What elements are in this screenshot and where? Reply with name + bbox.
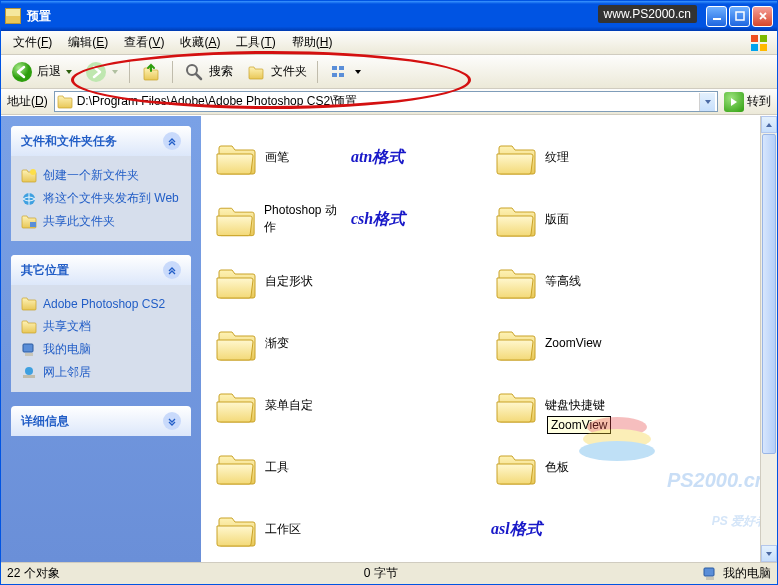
share-folder-link[interactable]: 共享此文件夹 [21, 210, 181, 233]
folders-button[interactable]: 文件夹 [241, 59, 311, 85]
folder-item[interactable]: 纹理 [491, 126, 631, 188]
windows-flag-icon [745, 32, 773, 54]
folder-icon [5, 8, 21, 24]
folder-icon [215, 262, 257, 300]
parent-folder-link[interactable]: Adobe Photoshop CS2 [21, 293, 181, 315]
svg-rect-2 [751, 35, 758, 42]
file-tasks-title: 文件和文件夹任务 [21, 133, 117, 150]
format-annotation [631, 374, 751, 436]
folder-label: 纹理 [545, 149, 569, 166]
views-button[interactable] [324, 59, 366, 85]
folder-item[interactable]: Photoshop 动作 [211, 188, 351, 250]
globe-icon [21, 191, 37, 207]
folder-item[interactable]: 工具 [211, 436, 351, 498]
format-annotation [351, 312, 471, 374]
search-button[interactable]: 搜索 [179, 59, 237, 85]
folder-icon [215, 510, 257, 548]
new-folder-icon [21, 168, 37, 184]
publish-web-link[interactable]: 将这个文件夹发布到 Web [21, 187, 181, 210]
details-header[interactable]: 详细信息 [11, 406, 191, 436]
folder-label: 工具 [265, 459, 289, 476]
details-box: 详细信息 [11, 406, 191, 436]
folder-item[interactable]: 样式 [351, 560, 491, 562]
format-annotation [351, 250, 471, 312]
menubar: 文件(F) 编辑(E) 查看(V) 收藏(A) 工具(T) 帮助(H) [1, 31, 777, 55]
side-panel: 文件和文件夹任务 创建一个新文件夹 将这个文件夹发布到 Web 共享此文件夹 其… [1, 116, 201, 562]
svg-point-18 [25, 367, 33, 375]
folder-item[interactable]: 版面 [491, 188, 631, 250]
content-area: 文件和文件夹任务 创建一个新文件夹 将这个文件夹发布到 Web 共享此文件夹 其… [1, 115, 777, 562]
folder-label: ZoomView [545, 336, 601, 350]
format-annotation [351, 498, 471, 560]
scroll-track[interactable] [761, 133, 777, 545]
scroll-up-button[interactable] [761, 116, 777, 133]
folder-icon [495, 200, 537, 238]
folder-item[interactable]: 等高线 [491, 250, 631, 312]
svg-rect-24 [706, 577, 714, 580]
svg-rect-9 [332, 66, 337, 70]
network-places-link[interactable]: 网上邻居 [21, 361, 181, 384]
folder-item[interactable]: ZoomView [491, 312, 631, 374]
menu-file[interactable]: 文件(F) [5, 32, 60, 53]
svg-point-6 [12, 62, 32, 82]
status-size: 0 字节 [80, 565, 682, 582]
address-input[interactable] [77, 95, 699, 109]
forward-button[interactable] [81, 59, 123, 85]
folders-icon [245, 61, 267, 83]
create-folder-link[interactable]: 创建一个新文件夹 [21, 164, 181, 187]
folder-icon [495, 386, 537, 424]
folder-item[interactable]: 渐变 [211, 312, 351, 374]
go-label: 转到 [747, 93, 771, 110]
go-button[interactable]: 转到 [724, 92, 771, 112]
my-computer-link[interactable]: 我的电脑 [21, 338, 181, 361]
folder-item[interactable]: 脚本 [211, 560, 351, 562]
svg-rect-0 [713, 18, 721, 20]
back-button[interactable]: 后退 [7, 59, 77, 85]
menu-tools[interactable]: 工具(T) [228, 32, 283, 53]
go-arrow-icon [724, 92, 744, 112]
menu-help[interactable]: 帮助(H) [284, 32, 341, 53]
format-annotation [631, 312, 751, 374]
folder-icon [215, 448, 257, 486]
file-list-area[interactable]: 画笔Photoshop 动作自定形状渐变菜单自定工具工作区脚本abr格式atn格… [201, 116, 777, 562]
folder-item[interactable]: 画笔 [211, 126, 351, 188]
up-button[interactable] [136, 59, 166, 85]
svg-rect-16 [23, 344, 33, 352]
shared-docs-link[interactable]: 共享文档 [21, 315, 181, 338]
folder-item[interactable]: 工作区 [211, 498, 351, 560]
maximize-button[interactable] [729, 6, 750, 27]
vertical-scrollbar[interactable] [760, 116, 777, 562]
folder-icon [215, 324, 257, 362]
menu-edit[interactable]: 编辑(E) [60, 32, 116, 53]
folder-item[interactable]: 菜单自定 [211, 374, 351, 436]
folder-label: Photoshop 动作 [264, 202, 347, 236]
svg-rect-23 [704, 568, 714, 576]
up-folder-icon [140, 61, 162, 83]
expand-icon [163, 412, 181, 430]
other-places-title: 其它位置 [21, 262, 69, 279]
address-label: 地址(D) [7, 93, 48, 110]
back-icon [11, 61, 33, 83]
scroll-down-button[interactable] [761, 545, 777, 562]
folder-icon [21, 296, 37, 312]
menu-favorites[interactable]: 收藏(A) [172, 32, 228, 53]
computer-icon [21, 342, 37, 358]
file-tasks-header[interactable]: 文件和文件夹任务 [11, 126, 191, 156]
other-places-header[interactable]: 其它位置 [11, 255, 191, 285]
folder-item[interactable]: 色板 [491, 436, 631, 498]
details-title: 详细信息 [21, 413, 69, 430]
format-annotation [351, 436, 471, 498]
back-label: 后退 [37, 63, 61, 80]
close-button[interactable] [752, 6, 773, 27]
folder-icon [495, 324, 537, 362]
chevron-down-icon [111, 68, 119, 76]
folder-item[interactable]: 自定形状 [211, 250, 351, 312]
address-combo[interactable] [54, 91, 718, 112]
address-dropdown-button[interactable] [699, 93, 715, 111]
menu-view[interactable]: 查看(V) [116, 32, 172, 53]
scroll-thumb[interactable] [762, 134, 776, 454]
minimize-button[interactable] [706, 6, 727, 27]
folder-icon [495, 262, 537, 300]
folder-icon [495, 448, 537, 486]
views-icon [328, 61, 350, 83]
